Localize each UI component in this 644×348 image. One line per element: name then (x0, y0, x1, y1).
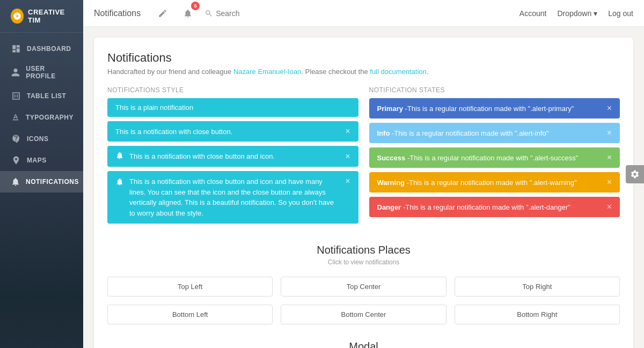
topbar-title: Notifications (94, 9, 141, 18)
sidebar: CREATIVE TIM Dashboard User Profile (0, 0, 83, 348)
sidebar-item-icons[interactable]: Icons (0, 128, 83, 150)
sidebar-navigation: Dashboard User Profile Table List (0, 33, 83, 348)
alert-close-button-2[interactable]: × (345, 152, 350, 161)
notif-states-label: Notification States (369, 86, 620, 94)
alert-success-close[interactable]: × (607, 153, 612, 162)
sidebar-item-notifications[interactable]: Notifications (0, 171, 83, 192)
alert-close-button-3[interactable]: × (345, 176, 350, 186)
pencil-icon-btn[interactable] (154, 5, 171, 22)
alert-multiline: This is a notification with close button… (107, 171, 358, 224)
alert-close-text: This is a notification with close button… (115, 128, 232, 136)
modal-section: Modal Launch Modal Mini (107, 340, 620, 348)
alert-danger: Danger -This is a regular notification m… (369, 197, 620, 217)
alert-info-content: Info -This is a regular notification mad… (377, 129, 549, 137)
alert-danger-content: Danger -This is a regular notification m… (377, 203, 570, 211)
alert-primary-close[interactable]: × (607, 103, 612, 113)
notif-places-grid: Top Left Top Center Top Right Bottom Lef… (107, 277, 620, 324)
bell-alert-icon-1 (115, 151, 124, 161)
sidebar-item-user-profile-label: User Profile (26, 65, 72, 80)
brand-icon (11, 9, 24, 24)
logout-link[interactable]: Log out (608, 9, 633, 18)
sidebar-item-dashboard-label: Dashboard (27, 45, 71, 53)
content-area: Notifications Handcrafted by our friend … (83, 27, 644, 348)
alert-plain-text: This is a plain notification (115, 103, 193, 112)
alert-success: Success -This is a regular notification … (369, 147, 620, 168)
modal-title: Modal (107, 340, 620, 348)
dropdown-link[interactable]: Dropdown ▾ (557, 9, 597, 18)
sidebar-item-table-list[interactable]: Table List (0, 85, 83, 107)
sidebar-logo[interactable]: CREATIVE TIM (0, 0, 83, 33)
notif-states-column: Notification States Primary -This is a r… (369, 86, 620, 228)
sidebar-item-maps-label: Maps (27, 157, 47, 164)
brand-name: CREATIVE TIM (28, 8, 72, 24)
alert-close-icon: This is a notification with close button… (107, 146, 358, 167)
page-card: Notifications Handcrafted by our friend … (94, 38, 633, 348)
top-right-button[interactable]: Top Right (455, 277, 620, 297)
page-title: Notifications (107, 51, 620, 65)
bottom-right-button[interactable]: Bottom Right (455, 305, 620, 324)
main-content: Notifications 5 Account Dropdown (83, 0, 644, 348)
settings-gear-button[interactable] (626, 165, 644, 183)
author-link[interactable]: Nazare Emanuel-Ioan (233, 68, 301, 76)
sidebar-item-icons-label: Icons (27, 135, 49, 143)
notif-style-label: Notifications Style (107, 86, 358, 94)
sidebar-item-maps[interactable]: Maps (0, 150, 83, 171)
icons-icon (11, 134, 21, 144)
sidebar-item-user-profile[interactable]: User Profile (0, 60, 83, 85)
topbar: Notifications 5 Account Dropdown (83, 0, 644, 27)
docs-link[interactable]: full documentation (370, 68, 427, 76)
bottom-center-button[interactable]: Bottom Center (281, 305, 446, 324)
notifications-grid: Notifications Style This is a plain noti… (107, 86, 620, 228)
alert-plain: This is a plain notification (107, 98, 358, 117)
alert-warning-content: Warning -This is a regular notification … (377, 179, 577, 187)
alert-success-content: Success -This is a regular notification … (377, 154, 579, 162)
alert-multiline-text: This is a notification with close button… (129, 176, 340, 218)
top-left-button[interactable]: Top Left (107, 277, 273, 297)
maps-icon (11, 155, 21, 166)
account-link[interactable]: Account (519, 9, 547, 18)
notif-places-title: Notifications Places (107, 244, 620, 256)
bottom-left-button[interactable]: Bottom Left (107, 305, 273, 324)
topbar-right: Account Dropdown ▾ Log out (519, 9, 633, 18)
dropdown-label: Dropdown (557, 9, 591, 18)
sidebar-item-notifications-label: Notifications (26, 178, 79, 186)
sidebar-item-typography[interactable]: Typography (0, 107, 83, 128)
dashboard-icon (11, 43, 21, 54)
alert-close: This is a notification with close button… (107, 121, 358, 142)
user-icon (11, 67, 20, 78)
alert-warning: Warning -This is a regular notification … (369, 172, 620, 192)
alert-close-button-1[interactable]: × (345, 127, 350, 136)
sidebar-item-dashboard[interactable]: Dashboard (0, 38, 83, 60)
table-icon (11, 91, 21, 101)
alert-info-close[interactable]: × (607, 128, 612, 138)
bell-nav-icon (11, 176, 20, 187)
notif-places-subtitle: Click to view notifications (107, 258, 620, 266)
notification-count: 5 (191, 2, 200, 10)
typography-icon (11, 112, 20, 123)
chevron-down-icon: ▾ (594, 9, 597, 18)
sidebar-item-table-list-label: Table List (27, 92, 66, 100)
notification-badge[interactable]: 5 (179, 5, 196, 22)
alert-info: Info -This is a regular notification mad… (369, 123, 620, 143)
alert-primary: Primary -This is a regular notification … (369, 98, 620, 119)
alert-close-icon-text: This is a notification with close button… (129, 152, 275, 160)
bell-alert-icon-2 (115, 177, 124, 188)
sidebar-item-typography-label: Typography (26, 114, 74, 121)
page-subtitle: Handcrafted by our friend and colleague … (107, 68, 620, 76)
alert-danger-close[interactable]: × (607, 202, 612, 212)
notif-style-column: Notifications Style This is a plain noti… (107, 86, 358, 228)
search-input[interactable] (216, 9, 280, 18)
alert-warning-close[interactable]: × (607, 177, 612, 187)
notification-places-section: Notifications Places Click to view notif… (107, 244, 620, 324)
top-center-button[interactable]: Top Center (281, 277, 446, 297)
alert-primary-content: Primary -This is a regular notification … (377, 105, 574, 113)
search-bar[interactable] (204, 9, 280, 18)
